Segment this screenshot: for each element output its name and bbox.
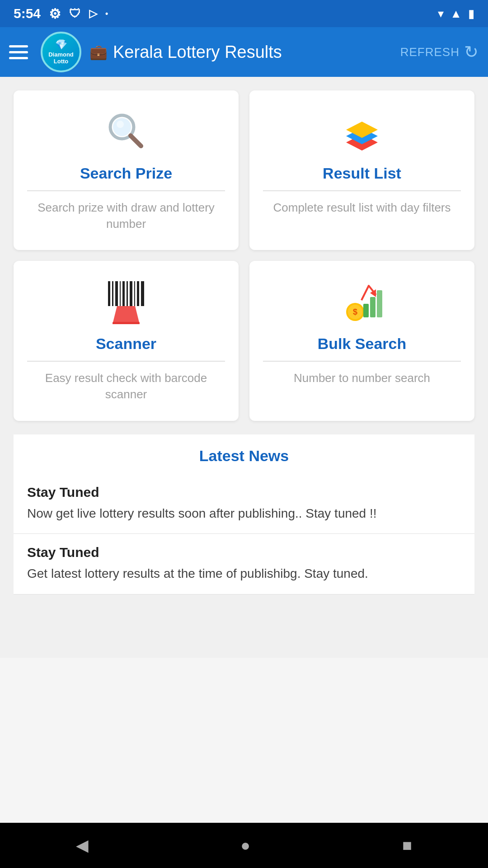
- scanner-title: Scanner: [96, 335, 156, 353]
- result-list-icon: [342, 108, 382, 154]
- cards-grid: Search Prize Search prize with draw and …: [14, 90, 474, 421]
- battery-icon: ▮: [468, 7, 474, 21]
- shield-icon: 🛡: [69, 7, 81, 21]
- back-button[interactable]: ◀: [76, 836, 89, 855]
- svg-rect-12: [127, 281, 128, 306]
- refresh-label: REFRESH: [400, 45, 460, 59]
- search-prize-card[interactable]: Search Prize Search prize with draw and …: [14, 90, 239, 250]
- status-right: ▾ ▲ ▮: [438, 7, 474, 21]
- svg-rect-14: [134, 281, 135, 306]
- main-content: Search Prize Search prize with draw and …: [0, 77, 488, 658]
- bulk-search-title: Bulk Search: [318, 335, 407, 353]
- svg-rect-10: [120, 281, 121, 306]
- recent-button[interactable]: ■: [402, 836, 412, 855]
- settings-icon: ⚙: [49, 6, 61, 22]
- scanner-desc: Easy result check with barcode scanner: [27, 370, 225, 403]
- search-prize-divider: [27, 190, 225, 191]
- svg-rect-8: [112, 281, 113, 306]
- svg-line-3: [131, 136, 141, 146]
- result-list-divider: [263, 190, 461, 191]
- svg-rect-11: [122, 281, 125, 306]
- briefcase-icon: 💼: [89, 43, 108, 61]
- news-item-2: Stay Tuned Get latest lottery results at…: [14, 534, 474, 594]
- menu-button[interactable]: [9, 45, 28, 59]
- news-item-1: Stay Tuned Now get live lottery results …: [14, 474, 474, 534]
- latest-news-title: Latest News: [14, 434, 474, 474]
- scanner-icon: [106, 279, 146, 324]
- news-item-1-title: Stay Tuned: [27, 485, 461, 500]
- top-bar: 💎 Diamond Lotto 💼 Kerala Lottery Results…: [0, 27, 488, 77]
- svg-rect-15: [137, 281, 139, 306]
- scanner-card[interactable]: Scanner Easy result check with barcode s…: [14, 261, 239, 420]
- svg-rect-23: [377, 290, 382, 317]
- result-list-card[interactable]: Result List Complete result list with da…: [249, 90, 474, 250]
- app-logo: 💎 Diamond Lotto: [41, 32, 81, 72]
- dot-icon: •: [105, 9, 108, 19]
- result-list-title: Result List: [323, 165, 401, 182]
- signal-icon: ▲: [450, 7, 462, 21]
- bulk-search-desc: Number to number search: [294, 370, 430, 386]
- news-item-2-body: Get latest lottery results at the time o…: [27, 565, 461, 583]
- home-button[interactable]: ●: [240, 836, 250, 855]
- svg-rect-9: [115, 281, 118, 306]
- bottom-nav: ◀ ● ■: [0, 823, 488, 868]
- status-bar: 5:54 ⚙ 🛡 ▷ • ▾ ▲ ▮: [0, 0, 488, 27]
- bulk-search-card[interactable]: $ Bulk Search Number to number search: [249, 261, 474, 420]
- latest-news-section: Latest News Stay Tuned Now get live lott…: [14, 434, 474, 594]
- app-title-wrap: 💼 Kerala Lottery Results: [89, 42, 392, 62]
- wifi-icon: ▾: [438, 7, 444, 21]
- search-prize-desc: Search prize with draw and lottery numbe…: [27, 199, 225, 232]
- refresh-button[interactable]: REFRESH ↻: [400, 42, 479, 62]
- svg-point-2: [117, 121, 124, 128]
- scanner-divider: [27, 361, 225, 362]
- refresh-icon: ↻: [464, 42, 479, 62]
- bulk-search-divider: [263, 361, 461, 362]
- news-item-2-title: Stay Tuned: [27, 545, 461, 560]
- app-title: Kerala Lottery Results: [113, 42, 282, 62]
- time-display: 5:54: [14, 6, 41, 21]
- search-prize-icon: [106, 108, 146, 154]
- svg-rect-7: [108, 281, 110, 306]
- result-list-desc: Complete result list with day filters: [273, 199, 450, 216]
- svg-rect-21: [363, 304, 369, 317]
- svg-text:$: $: [353, 307, 357, 316]
- svg-rect-17: [113, 322, 140, 324]
- play-icon: ▷: [89, 7, 97, 20]
- status-left: 5:54 ⚙ 🛡 ▷ •: [14, 6, 108, 22]
- news-item-1-body: Now get live lottery results soon after …: [27, 505, 461, 523]
- svg-rect-16: [141, 281, 144, 306]
- svg-rect-22: [370, 297, 375, 317]
- svg-rect-13: [130, 281, 132, 306]
- bulk-search-icon: $: [342, 279, 382, 324]
- search-prize-title: Search Prize: [80, 165, 172, 182]
